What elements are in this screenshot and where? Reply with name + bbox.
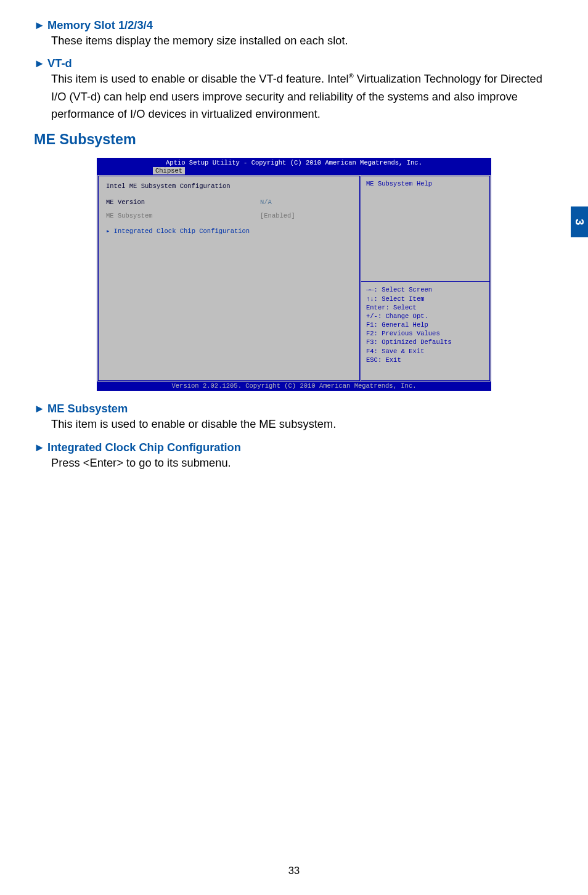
triangle-icon: ► <box>34 441 45 454</box>
bios-body: Intel ME Subsystem Configuration ME Vers… <box>97 175 491 382</box>
header-text: ME Subsystem <box>47 402 128 415</box>
bios-row-label: ME Subsystem <box>106 212 260 219</box>
section-title: ME Subsystem <box>34 131 554 148</box>
header-text: Integrated Clock Chip Configuration <box>47 441 241 454</box>
bios-row: ME Version N/A <box>106 198 352 206</box>
bios-row-label: ME Version <box>106 198 260 206</box>
legend-line: Enter: Select <box>366 303 484 312</box>
triangle-icon: ► <box>34 402 45 415</box>
item-integrated-clock: ►Integrated Clock Chip Configuration Pre… <box>34 441 554 472</box>
triangle-icon: ► <box>34 18 45 31</box>
bios-row: ME Subsystem [Enabled] <box>106 212 352 219</box>
top-items: ►Memory Slot 1/2/3/4 These items display… <box>34 18 554 123</box>
legend-line: F3: Optimized Defaults <box>366 338 484 346</box>
bios-submenu-link: ▸ Integrated Clock Chip Configuration <box>106 227 352 235</box>
bios-tab-chipset: Chipset <box>153 167 185 174</box>
item-vtd: ►VT-d This item is used to enable or dis… <box>34 57 554 123</box>
bios-right-panel: ME Subsystem Help →←: Select Screen ↑↓: … <box>361 176 490 381</box>
item-desc: These items display the memory size inst… <box>51 32 554 49</box>
bottom-items: ►ME Subsystem This item is used to enabl… <box>34 402 554 472</box>
bios-left-panel: Intel ME Subsystem Configuration ME Vers… <box>98 176 360 381</box>
legend-line: F4: Save & Exit <box>366 347 484 356</box>
item-header: ►Memory Slot 1/2/3/4 <box>34 18 554 32</box>
item-desc: Press <Enter> to go to its submenu. <box>51 454 554 472</box>
bios-title: Aptio Setup Utility - Copyright (C) 2010… <box>97 158 491 167</box>
bios-key-legend: →←: Select Screen ↑↓: Select Item Enter:… <box>361 282 489 380</box>
bios-screenshot: Aptio Setup Utility - Copyright (C) 2010… <box>97 158 491 391</box>
bios-left-heading: Intel ME Subsystem Configuration <box>106 182 352 190</box>
legend-line: ↑↓: Select Item <box>366 295 484 303</box>
chapter-tab: 3 <box>571 206 588 237</box>
bios-row-value: [Enabled] <box>260 212 295 219</box>
bios-footer: Version 2.02.1205. Copyright (C) 2010 Am… <box>97 382 491 390</box>
header-text: VT-d <box>47 57 72 70</box>
item-header: ►ME Subsystem <box>34 402 554 415</box>
legend-line: →←: Select Screen <box>366 285 484 294</box>
item-desc: This item is used to enable or disable t… <box>51 415 554 433</box>
legend-line: ESC: Exit <box>366 356 484 364</box>
bios-tab-row: Chipset <box>97 167 491 175</box>
bios-row-value: N/A <box>260 198 272 206</box>
legend-line: F2: Previous Values <box>366 329 484 338</box>
header-text: Memory Slot 1/2/3/4 <box>47 18 153 31</box>
item-header: ►Integrated Clock Chip Configuration <box>34 441 554 454</box>
legend-line: F1: General Help <box>366 321 484 329</box>
item-memory-slot: ►Memory Slot 1/2/3/4 These items display… <box>34 18 554 49</box>
triangle-icon: ► <box>34 57 45 70</box>
legend-line: +/-: Change Opt. <box>366 312 484 321</box>
bios-help-text: ME Subsystem Help <box>361 176 489 282</box>
page-number: 33 <box>0 865 588 877</box>
item-desc: This item is used to enable or disable t… <box>51 70 554 123</box>
item-header: ►VT-d <box>34 57 554 70</box>
item-me-subsystem: ►ME Subsystem This item is used to enabl… <box>34 402 554 433</box>
